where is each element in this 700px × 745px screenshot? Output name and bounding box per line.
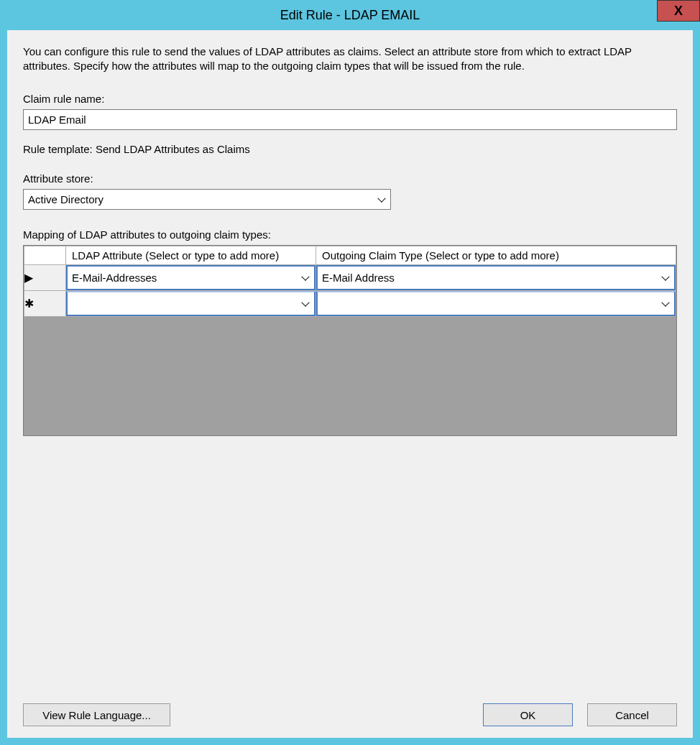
dialog-window: Edit Rule - LDAP EMAIL X You can configu… xyxy=(0,0,700,745)
attribute-store-label: Attribute store: xyxy=(23,172,677,185)
mapping-table: LDAP Attribute (Select or type to add mo… xyxy=(24,246,676,317)
header-ldap-attribute: LDAP Attribute (Select or type to add mo… xyxy=(66,246,316,264)
rule-template-value: Send LDAP Attributes as Claims xyxy=(96,143,250,155)
attribute-store-combo[interactable]: Active Directory xyxy=(23,189,391,210)
ldap-attribute-cell: E-Mail-Addresses xyxy=(66,264,316,290)
chevron-down-icon xyxy=(301,273,309,281)
outgoing-claim-combo-empty[interactable] xyxy=(316,291,676,316)
rule-template-prefix: Rule template: xyxy=(23,143,96,155)
button-row: View Rule Language... OK Cancel xyxy=(23,703,677,726)
ok-button[interactable]: OK xyxy=(483,703,573,726)
close-icon: X xyxy=(674,4,683,19)
outgoing-claim-combo[interactable]: E-Mail Address xyxy=(316,265,676,290)
chevron-down-icon xyxy=(301,299,309,307)
ldap-attribute-combo[interactable]: E-Mail-Addresses xyxy=(66,265,316,290)
cancel-button[interactable]: Cancel xyxy=(587,703,677,726)
dialog-content: You can configure this rule to send the … xyxy=(7,30,693,738)
mapping-label: Mapping of LDAP attributes to outgoing c… xyxy=(23,228,677,241)
claim-rule-name-label: Claim rule name: xyxy=(23,93,677,105)
ldap-attribute-combo-empty[interactable] xyxy=(66,291,316,316)
table-row: ✱ xyxy=(24,290,676,316)
rule-template-text: Rule template: Send LDAP Attributes as C… xyxy=(23,143,677,155)
claim-rule-name-input[interactable] xyxy=(23,109,677,130)
table-row: ▶ E-Mail-Addresses E-Mail Address xyxy=(24,264,676,290)
outgoing-claim-cell: E-Mail Address xyxy=(316,264,676,290)
row-indicator-current: ▶ xyxy=(24,264,66,290)
window-title: Edit Rule - LDAP EMAIL xyxy=(280,8,420,23)
close-button[interactable]: X xyxy=(657,0,700,22)
titlebar: Edit Rule - LDAP EMAIL X xyxy=(0,0,700,30)
ldap-attribute-value: E-Mail-Addresses xyxy=(72,272,157,284)
mapping-grid: LDAP Attribute (Select or type to add mo… xyxy=(23,245,677,436)
chevron-down-icon xyxy=(661,273,669,281)
header-indicator xyxy=(24,246,66,264)
ldap-attribute-cell xyxy=(66,290,316,316)
attribute-store-value: Active Directory xyxy=(28,193,103,205)
chevron-down-icon xyxy=(661,299,669,307)
view-rule-language-button[interactable]: View Rule Language... xyxy=(23,703,170,726)
header-outgoing-claim: Outgoing Claim Type (Select or type to a… xyxy=(316,246,676,264)
chevron-down-icon xyxy=(377,195,385,203)
row-indicator-new: ✱ xyxy=(24,290,66,316)
outgoing-claim-cell xyxy=(316,290,676,316)
description-text: You can configure this rule to send the … xyxy=(23,45,677,74)
outgoing-claim-value: E-Mail Address xyxy=(322,272,395,284)
